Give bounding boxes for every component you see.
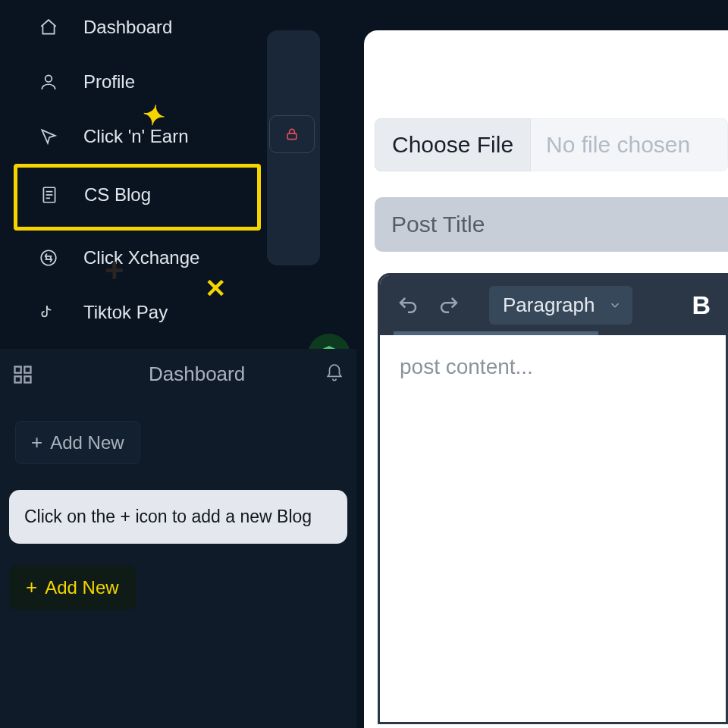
svg-rect-8 xyxy=(24,366,30,372)
exchange-icon xyxy=(38,247,59,268)
undo-button[interactable] xyxy=(395,293,421,318)
notification-icon[interactable] xyxy=(325,363,344,386)
sidebar-item-label: Dashboard xyxy=(83,17,172,38)
add-new-label: Add New xyxy=(45,577,118,598)
content-area: Dashboard + Add New Click on the + icon … xyxy=(0,349,356,728)
sidebar-item-label: Profile xyxy=(83,71,135,93)
sidebar-item-profile[interactable]: Profile xyxy=(0,55,273,109)
sidebar-item-label: Click Xchange xyxy=(83,247,199,268)
tiktok-icon xyxy=(38,302,59,323)
decorative-x-icon: ✕ xyxy=(205,273,226,303)
redo-button[interactable] xyxy=(436,293,462,318)
editor-panel: Choose File No file chosen Paragraph B p… xyxy=(364,30,728,728)
sidebar-item-label: Click 'n' Earn xyxy=(83,126,189,147)
editor-placeholder: post content... xyxy=(400,355,533,378)
sidebar: Dashboard Profile Click 'n' Earn CS Blog… xyxy=(0,0,273,394)
svg-rect-9 xyxy=(15,376,21,382)
svg-rect-10 xyxy=(24,376,30,382)
hint-text: Click on the + icon to add a new Blog xyxy=(24,507,312,526)
format-select-value: Paragraph xyxy=(503,293,595,316)
cursor-icon xyxy=(38,126,59,147)
content-header: Dashboard xyxy=(0,362,356,386)
file-input-row: Choose File No file chosen xyxy=(375,118,728,171)
file-name-display: No file chosen xyxy=(531,118,728,171)
page-title: Dashboard xyxy=(149,362,245,386)
chevron-down-icon xyxy=(608,293,622,317)
sidebar-item-label: CS Blog xyxy=(84,184,151,206)
toolbar-scroll-indicator xyxy=(394,331,598,335)
choose-file-button[interactable]: Choose File xyxy=(375,118,531,171)
svg-point-1 xyxy=(46,75,52,82)
choose-file-label: Choose File xyxy=(392,132,513,158)
post-title-input[interactable] xyxy=(375,197,728,252)
plus-icon: + xyxy=(31,431,42,454)
add-new-label: Add New xyxy=(50,432,124,453)
editor-toolbar: Paragraph B xyxy=(380,275,726,335)
left-panel: Dashboard Profile Click 'n' Earn CS Blog… xyxy=(0,0,364,728)
sidebar-item-label: Tiktok Pay xyxy=(83,302,168,323)
home-icon xyxy=(38,17,59,38)
svg-point-6 xyxy=(41,250,56,265)
svg-rect-7 xyxy=(15,366,21,372)
no-file-text: No file chosen xyxy=(546,132,690,158)
editor-content[interactable]: post content... xyxy=(380,335,726,722)
sidebar-item-cs-blog[interactable]: CS Blog xyxy=(14,164,261,231)
sidebar-item-click-earn[interactable]: Click 'n' Earn xyxy=(0,109,273,164)
decorative-plus2-icon: + xyxy=(105,252,124,290)
hint-banner: Click on the + icon to add a new Blog xyxy=(9,490,347,544)
plus-icon: + xyxy=(26,576,37,599)
svg-rect-0 xyxy=(287,133,297,140)
bold-button[interactable]: B xyxy=(692,290,711,320)
lock-badge xyxy=(269,115,315,153)
document-icon xyxy=(39,184,60,206)
lock-icon xyxy=(284,127,300,142)
grid-icon[interactable] xyxy=(12,364,33,385)
sidebar-item-tiktok-pay[interactable]: Tiktok Pay xyxy=(0,285,273,340)
sidebar-item-click-xchange[interactable]: Click Xchange xyxy=(0,231,273,285)
add-new-button[interactable]: + Add New xyxy=(15,421,140,464)
user-icon xyxy=(38,71,59,93)
format-select[interactable]: Paragraph xyxy=(489,286,632,325)
add-new-button-highlighted[interactable]: + Add New xyxy=(9,565,136,610)
sidebar-item-dashboard[interactable]: Dashboard xyxy=(0,0,273,55)
rich-editor: Paragraph B post content... xyxy=(378,273,728,724)
